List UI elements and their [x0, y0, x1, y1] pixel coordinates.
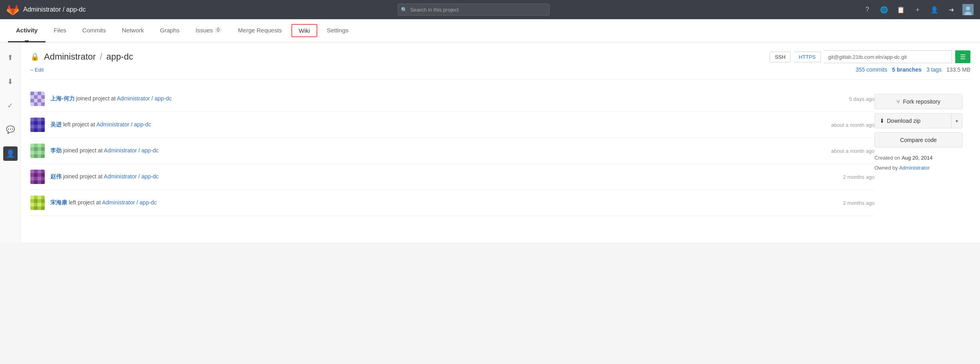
tab-merge-requests[interactable]: Merge Requests — [230, 19, 290, 42]
sidebar-user-active-icon[interactable]: 👤 — [3, 146, 18, 161]
tags-link[interactable]: 3 tags — [926, 66, 942, 73]
gitlab-logo — [6, 3, 19, 16]
signout-icon[interactable]: ➜ — [946, 4, 957, 15]
svg-rect-47 — [41, 206, 45, 210]
repo-url-input[interactable] — [824, 50, 952, 63]
activity-item: 上海-何力 joined project at Administrator / … — [30, 86, 874, 112]
brand-link[interactable]: Administrator / app-dc — [6, 3, 86, 16]
repo-size: 133.5 MB — [946, 66, 970, 73]
branches-link[interactable]: 5 branches — [892, 66, 922, 73]
search-input[interactable] — [398, 4, 550, 16]
svg-rect-31 — [30, 170, 34, 173]
svg-rect-18 — [38, 125, 41, 128]
svg-rect-10 — [34, 102, 38, 106]
activity-item: 李劲 joined project at Administrator / app… — [30, 138, 874, 164]
download-zip-button[interactable]: ⬇ Download zip — [874, 113, 952, 128]
svg-rect-28 — [34, 154, 38, 158]
ssh-button[interactable]: SSH — [770, 52, 791, 62]
plus-icon[interactable]: ＋ — [912, 4, 923, 15]
owner-link[interactable]: Administrator — [899, 165, 930, 171]
svg-rect-23 — [38, 144, 41, 147]
activity-avatar — [30, 118, 45, 132]
activity-action: joined project at — [63, 147, 104, 154]
svg-rect-42 — [34, 199, 38, 203]
svg-rect-26 — [30, 151, 34, 154]
search-area: 🔍 — [91, 4, 857, 16]
svg-rect-22 — [30, 144, 34, 147]
svg-rect-46 — [34, 206, 38, 210]
activity-project-link[interactable]: Administrator / app-dc — [104, 173, 159, 180]
commits-link[interactable]: 355 commits — [856, 66, 887, 73]
tab-commits[interactable]: Commits — [74, 19, 114, 42]
svg-rect-6 — [34, 95, 38, 99]
download-dropdown-button[interactable]: ▾ — [952, 113, 962, 128]
search-wrap: 🔍 — [398, 4, 550, 16]
svg-rect-41 — [38, 196, 41, 199]
compare-code-button[interactable]: Compare code — [874, 132, 962, 148]
activity-action: left project at — [69, 199, 102, 206]
download-row: ⬇ Download zip ▾ — [874, 113, 962, 128]
tab-issues[interactable]: Issues 0 — [187, 19, 230, 42]
activity-time: 2 months ago — [843, 174, 874, 180]
https-button[interactable]: HTTPS — [794, 52, 821, 62]
main-content: ⬆ ⬇ ✓ 💬 👤 🔒 Administrator / app-dc SSH H… — [0, 42, 980, 242]
activity-project-link[interactable]: Administrator / app-dc — [102, 199, 157, 206]
activity-list: 上海-何力 joined project at Administrator / … — [30, 86, 874, 216]
sidebar-download-icon[interactable]: ⬇ — [3, 74, 18, 89]
clipboard-icon[interactable]: 📋 — [895, 4, 906, 15]
svg-rect-43 — [41, 199, 45, 203]
activity-project-link[interactable]: Administrator / app-dc — [96, 121, 151, 128]
activity-user-link[interactable]: 李劲 — [50, 147, 62, 154]
tab-files[interactable]: Files — [46, 19, 74, 42]
activity-text: 李劲 joined project at Administrator / app… — [50, 147, 826, 154]
activity-user-link[interactable]: 上海-何力 — [50, 95, 75, 102]
sidebar-comment-icon[interactable]: 💬 — [3, 122, 18, 137]
content-body: 上海-何力 joined project at Administrator / … — [30, 86, 970, 216]
help-icon[interactable]: ? — [862, 4, 873, 15]
fork-repository-button[interactable]: ⑂ Fork repository — [874, 94, 962, 109]
activity-text: 上海-何力 joined project at Administrator / … — [50, 95, 843, 102]
tab-graphs[interactable]: Graphs — [152, 19, 187, 42]
sidebar-upload-icon[interactable]: ⬆ — [3, 50, 18, 65]
globe-icon[interactable]: 🌐 — [878, 4, 890, 15]
fork-icon: ⑂ — [896, 98, 900, 105]
svg-rect-7 — [41, 95, 45, 99]
left-sidebar: ⬆ ⬇ ✓ 💬 👤 — [0, 42, 21, 242]
avatar-icon[interactable] — [962, 4, 974, 15]
svg-rect-40 — [30, 196, 34, 199]
activity-project-link[interactable]: Administrator / app-dc — [104, 147, 159, 154]
tab-settings[interactable]: Settings — [319, 19, 357, 42]
svg-rect-13 — [30, 118, 34, 121]
tab-wiki[interactable]: Wiki — [291, 24, 317, 37]
svg-rect-8 — [30, 99, 34, 102]
right-sidebar: ⑂ Fork repository ⬇ Download zip ▾ Compa… — [874, 86, 970, 216]
edit-link[interactable]: – Edit — [30, 67, 44, 73]
repo-meta-row: – Edit 355 commits 5 branches 3 tags 133… — [30, 66, 970, 73]
repo-header-row: 🔒 Administrator / app-dc SSH HTTPS ☰ — [30, 50, 970, 63]
svg-rect-25 — [41, 147, 45, 151]
activity-user-link[interactable]: 吴进 — [50, 121, 62, 128]
activity-avatar — [30, 196, 45, 210]
svg-rect-44 — [30, 203, 34, 206]
activity-user-link[interactable]: 宋海康 — [50, 199, 67, 206]
activity-project-link[interactable]: Administrator / app-dc — [117, 95, 172, 102]
copy-url-button[interactable]: ☰ — [955, 50, 970, 63]
tab-activity[interactable]: Activity — [8, 19, 46, 42]
chevron-down-icon: ▾ — [956, 118, 958, 124]
svg-rect-19 — [34, 128, 38, 132]
owner-info: Owned by Administrator — [874, 165, 962, 171]
tab-network[interactable]: Network — [114, 19, 152, 42]
svg-rect-17 — [30, 125, 34, 128]
activity-item: 吴进 left project at Administrator / app-d… — [30, 112, 874, 138]
svg-rect-37 — [34, 180, 38, 184]
svg-rect-35 — [30, 177, 34, 180]
brand-text: Administrator / app-dc — [23, 6, 86, 13]
activity-item: 赵伟 joined project at Administrator / app… — [30, 164, 874, 190]
activity-user-link[interactable]: 赵伟 — [50, 173, 62, 180]
user-icon[interactable]: 👤 — [929, 4, 940, 15]
repo-stats: 355 commits 5 branches 3 tags 133.5 MB — [856, 66, 970, 73]
activity-text: 宋海康 left project at Administrator / app-… — [50, 199, 837, 206]
svg-rect-32 — [38, 170, 41, 173]
sidebar-check-icon[interactable]: ✓ — [3, 98, 18, 113]
activity-action: left project at — [63, 121, 96, 128]
